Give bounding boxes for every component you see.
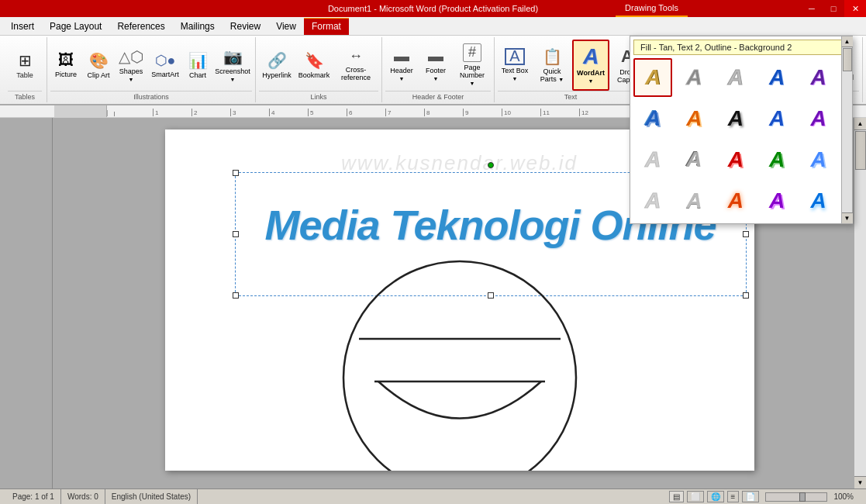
bookmark-label: Bookmark	[298, 71, 330, 79]
clipart-label: Clip Art	[87, 71, 109, 79]
gallery-scroll-up[interactable]: ▲	[842, 36, 853, 47]
gallery-item-6[interactable]: A	[675, 99, 713, 138]
quickparts-button[interactable]: 📋 Quick Parts ▼	[533, 41, 571, 89]
gallery-item-15[interactable]: A	[633, 181, 672, 220]
footer-icon: ▬	[428, 47, 443, 65]
gallery-item-19[interactable]: A	[799, 181, 838, 220]
zoom-level[interactable]: 100%	[833, 492, 854, 501]
view-draft-button[interactable]: 📄	[742, 491, 759, 502]
menu-item-references[interactable]: References	[109, 18, 172, 35]
menu-item-view[interactable]: View	[268, 18, 304, 35]
picture-button[interactable]: 🖼 Picture	[50, 41, 81, 89]
gallery-tooltip: Fill - Tan, Text 2, Outline - Background…	[633, 40, 849, 55]
circle-drawing	[312, 238, 607, 471]
gallery-item-8[interactable]: A	[757, 99, 796, 138]
gallery-item-2[interactable]: A	[716, 58, 755, 97]
gallery-item-3[interactable]: A	[757, 58, 796, 97]
menu-item-format[interactable]: Format	[304, 18, 349, 35]
pagenumber-label: Page Number ▼	[457, 64, 488, 87]
pagenumber-button[interactable]: # Page Number ▼	[454, 41, 491, 89]
gallery-item-10[interactable]: A	[633, 140, 672, 179]
menu-item-pagelayout[interactable]: Page Layout	[42, 18, 109, 35]
gallery-item-11[interactable]: A	[675, 140, 713, 179]
smartart-button[interactable]: ⬡● SmartArt	[148, 41, 182, 89]
view-web-button[interactable]: 🌐	[707, 491, 724, 502]
zoom-slider[interactable]	[765, 492, 827, 502]
gallery-item-17[interactable]: A	[716, 181, 755, 220]
gallery-scroll-track	[842, 47, 852, 212]
scroll-thumb[interactable]	[855, 131, 866, 170]
shapes-label: Shapes ▼	[119, 67, 143, 83]
gallery-scroll-thumb[interactable]	[843, 48, 852, 71]
gallery-item-18[interactable]: A	[757, 181, 796, 220]
table-button[interactable]: ⊞ Table	[8, 41, 42, 89]
screenshot-button[interactable]: 📷 Screenshot ▼	[213, 41, 252, 89]
wordart-icon: A	[583, 46, 599, 67]
menu-bar: Insert Page Layout References Mailings R…	[0, 17, 866, 36]
handle-tc[interactable]	[488, 162, 494, 168]
scroll-down-button[interactable]: ▼	[854, 476, 867, 488]
text-group-label: Text	[498, 91, 643, 101]
left-margin	[0, 118, 53, 488]
gallery-item-9[interactable]: A	[799, 99, 838, 138]
maximize-button[interactable]: □	[823, 0, 844, 17]
quickparts-icon: 📋	[543, 47, 562, 66]
shapes-button[interactable]: △⬡ Shapes ▼	[116, 41, 147, 89]
gallery-item-13[interactable]: A	[757, 140, 796, 179]
status-language[interactable]: English (United States)	[105, 489, 198, 504]
svg-point-0	[343, 261, 576, 471]
status-bar: Page: 1 of 1 Words: 0 English (United St…	[0, 488, 866, 504]
status-words[interactable]: Words: 0	[61, 489, 105, 504]
header-button[interactable]: ▬ Header ▼	[385, 41, 418, 89]
hyperlink-icon: 🔗	[267, 51, 287, 70]
view-controls: ▤ ⬜ 🌐 ≡ 📄 100%	[669, 491, 860, 502]
menu-item-review[interactable]: Review	[223, 18, 268, 35]
ribbon-group-links: 🔗 Hyperlink 🔖 Bookmark ↔ Cross-reference…	[256, 37, 382, 102]
picture-label: Picture	[55, 71, 77, 78]
window-controls: ─ □ ✕	[801, 0, 866, 17]
textbox-button[interactable]: A Text Box ▼	[498, 41, 532, 89]
gallery-item-5[interactable]: A	[633, 99, 672, 138]
gallery-item-7[interactable]: A	[716, 99, 755, 138]
gallery-scrollbar[interactable]: ▲ ▼	[841, 36, 852, 223]
status-page[interactable]: Page: 1 of 1	[6, 489, 61, 504]
textbox-label: Text Box ▼	[501, 67, 529, 82]
handle-br[interactable]	[743, 292, 749, 299]
gallery-item-1[interactable]: A	[675, 58, 713, 97]
clipart-icon: 🎨	[89, 51, 109, 70]
bookmark-icon: 🔖	[305, 51, 324, 70]
gallery-item-16[interactable]: A	[675, 181, 713, 220]
scroll-up-button[interactable]: ▲	[854, 118, 867, 130]
vertical-scrollbar[interactable]: ▲ ▼	[854, 118, 866, 488]
view-print-button[interactable]: ▤	[669, 491, 684, 502]
bookmark-button[interactable]: 🔖 Bookmark	[296, 41, 332, 89]
crossreference-button[interactable]: ↔ Cross-reference	[333, 41, 378, 89]
table-label: Table	[16, 71, 33, 79]
gallery-item-0[interactable]: A	[633, 58, 672, 97]
view-outline-button[interactable]: ≡	[727, 491, 740, 502]
header-label: Header ▼	[388, 67, 415, 82]
gallery-item-4[interactable]: A	[799, 58, 838, 97]
footer-button[interactable]: ▬ Footer ▼	[419, 41, 452, 89]
title-bar: Document1 - Microsoft Word (Product Acti…	[0, 0, 866, 17]
crossreference-icon: ↔	[349, 48, 363, 64]
close-button[interactable]: ✕	[844, 0, 866, 17]
hyperlink-button[interactable]: 🔗 Hyperlink	[259, 41, 295, 89]
table-icon: ⊞	[19, 51, 32, 70]
handle-bl[interactable]	[233, 292, 239, 299]
gallery-item-14[interactable]: A	[799, 140, 838, 179]
view-fullscreen-button[interactable]: ⬜	[687, 491, 704, 502]
menu-item-insert[interactable]: Insert	[3, 18, 42, 35]
chart-button[interactable]: 📊 Chart	[184, 41, 212, 89]
gallery-item-12[interactable]: A	[716, 140, 755, 179]
shapes-icon: △⬡	[119, 47, 143, 66]
menu-item-mailings[interactable]: Mailings	[173, 18, 223, 35]
ribbon: ⊞ Table Tables 🖼 Picture 🎨 Clip Art △⬡ S…	[0, 36, 866, 105]
picture-icon: 🖼	[58, 51, 74, 69]
gallery-scroll-down[interactable]: ▼	[842, 212, 853, 223]
wordart-button[interactable]: A WordArt ▼	[572, 40, 609, 91]
minimize-button[interactable]: ─	[801, 0, 823, 17]
clipart-button[interactable]: 🎨 Clip Art	[83, 41, 114, 89]
ribbon-group-tables: ⊞ Table Tables	[3, 37, 47, 102]
header-footer-group-label: Header & Footer	[385, 91, 491, 101]
